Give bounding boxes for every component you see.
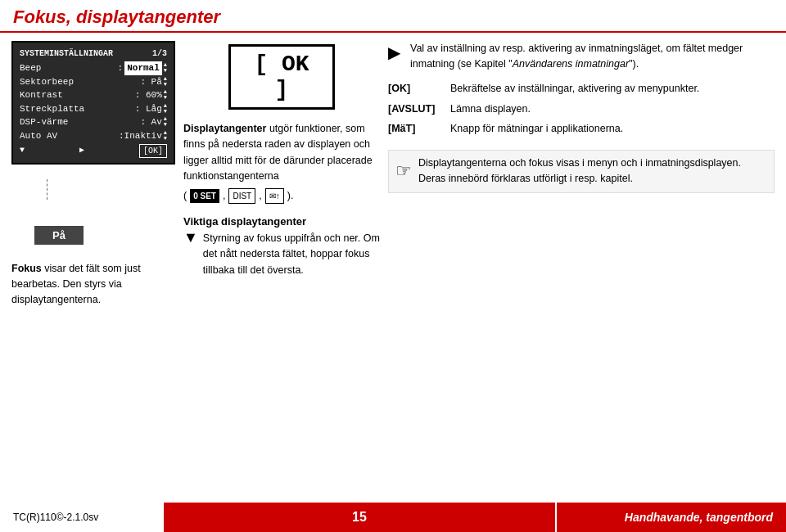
icon-0set: 0 SET bbox=[190, 189, 219, 204]
key-table: [OK] Bekräftelse av inställningar, aktiv… bbox=[388, 81, 775, 137]
arrow-down-icon: ▼ bbox=[183, 229, 198, 246]
footer-center: 15 bbox=[164, 503, 555, 532]
icon-dist: DIST bbox=[228, 188, 255, 205]
page-footer: TC(R)110©-2.1.0sv 15 Handhavande, tangen… bbox=[0, 503, 786, 532]
main-content: SYSTEMINSTÄLLNINGAR 1/3 Beep : Normal ▲▼… bbox=[0, 33, 786, 491]
system-row-sektorbeep: Sektorbeep : På ▲▼ bbox=[20, 75, 167, 89]
footer-right: Handhavande, tangentbord bbox=[557, 503, 786, 532]
viktiga-section: Viktiga displaytangenter ▼ Styrning av f… bbox=[183, 215, 380, 278]
system-row-dsp: DSP-värme : Av ▲▼ bbox=[20, 115, 167, 129]
system-title-row: SYSTEMINSTÄLLNINGAR 1/3 bbox=[20, 47, 167, 60]
ok-large-box: [ OK ] bbox=[228, 44, 335, 110]
system-row-beep: Beep : Normal ▲▼ bbox=[20, 61, 167, 75]
styrning-text: Styrning av fokus uppifrån och ner. Om d… bbox=[203, 231, 380, 278]
system-ok-label: [OK] bbox=[139, 144, 167, 158]
note-icon: ☞ bbox=[395, 157, 412, 187]
footer-chapter: Handhavande, tangentbord bbox=[625, 511, 773, 524]
table-row-ok: [OK] Bekräftelse av inställningar, aktiv… bbox=[388, 81, 775, 97]
system-bottom-row: ▼ ▶ [OK] bbox=[20, 144, 167, 158]
right-top-section: ▶ Val av inställning av resp. aktivering… bbox=[388, 41, 775, 73]
arrow-right-icon: ▶ bbox=[388, 43, 400, 73]
page-header: Fokus, displaytangenter bbox=[0, 0, 786, 33]
note-text: Displaytangenterna och fokus visas i men… bbox=[418, 156, 767, 187]
focus-caption: Fokus visar det fält som just bearbetas.… bbox=[11, 261, 175, 307]
system-row-streckplatta: Streckplatta : Låg ▲▼ bbox=[20, 102, 167, 116]
middle-column: [ OK ] Displaytangenter utgör funktioner… bbox=[183, 41, 380, 483]
page-title: Fokus, displaytangenter bbox=[13, 7, 773, 28]
table-row-avslut: [AVSLUT] Lämna displayen. bbox=[388, 101, 775, 117]
right-column: ▶ Val av inställning av resp. aktivering… bbox=[388, 41, 775, 483]
system-display-box: SYSTEMINSTÄLLNINGAR 1/3 Beep : Normal ▲▼… bbox=[11, 41, 175, 165]
note-box: ☞ Displaytangenterna och fokus visas i m… bbox=[388, 150, 775, 193]
pa-pill: På bbox=[34, 226, 84, 245]
footer-left: TC(R)110©-2.1.0sv bbox=[0, 503, 164, 532]
viktiga-title: Viktiga displaytangenter bbox=[183, 215, 380, 228]
system-page: 1/3 bbox=[152, 47, 167, 60]
table-row-mat: [MäT] Knapp för mätningar i applikatione… bbox=[388, 121, 775, 137]
system-row-kontrast: Kontrast : 60% ▲▼ bbox=[20, 88, 167, 102]
left-column: SYSTEMINSTÄLLNINGAR 1/3 Beep : Normal ▲▼… bbox=[11, 41, 175, 483]
display-text-block: Displaytangenter utgör funktioner, som f… bbox=[183, 121, 380, 204]
icon-mail: ✉↑ bbox=[265, 188, 284, 205]
val-text: Val av inställning av resp. aktivering a… bbox=[410, 41, 775, 73]
footer-version: TC(R)110©-2.1.0sv bbox=[13, 512, 98, 523]
system-title: SYSTEMINSTÄLLNINGAR bbox=[20, 47, 113, 60]
footer-page: 15 bbox=[352, 510, 367, 525]
system-row-autoav: Auto AV :Inaktiv ▲▼ bbox=[20, 129, 167, 143]
